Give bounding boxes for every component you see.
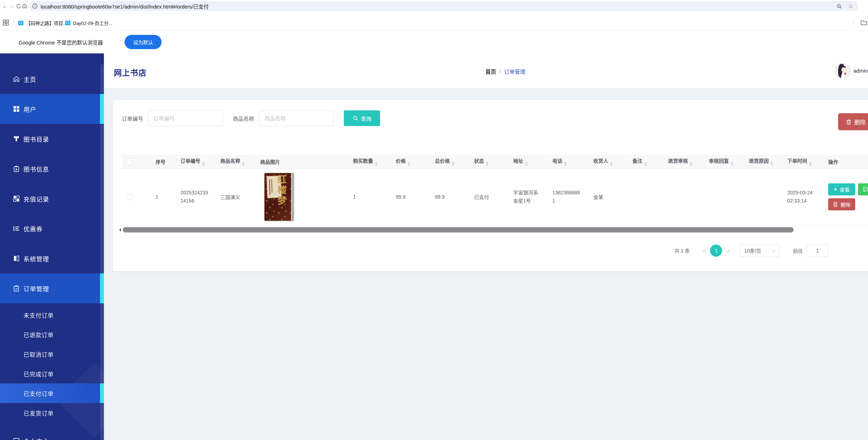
username-label[interactable]: admin [853, 68, 868, 74]
cell-status: 已支付 [470, 168, 509, 225]
current-page-button[interactable]: 1 [710, 245, 722, 257]
sidebar-subitem-refunded-orders[interactable]: 已退款订单 [0, 325, 104, 344]
other-bookmarks-folder-icon[interactable] [861, 20, 867, 26]
delete-button[interactable]: 删除 [828, 198, 855, 210]
sort-caret[interactable] [731, 162, 733, 166]
brush-icon [13, 135, 20, 142]
prev-page-button[interactable]: < [699, 248, 710, 254]
sidebar-subitem-shipped-orders[interactable]: 已发货订单 [0, 403, 104, 423]
col-product-name[interactable]: 商品名称 [216, 155, 256, 168]
plus-icon: + [834, 186, 837, 193]
order-no-input[interactable] [148, 110, 223, 126]
cell-total-price: 99.9 [431, 168, 470, 225]
cell-quantity: 1 [349, 168, 391, 225]
search-toolbar: 订单编号 商品名称 查询 [122, 110, 380, 126]
sidebar-item-order-management[interactable]: 订单管理 [0, 273, 104, 303]
bookmark-item[interactable]: Day02-09-员工分... [65, 19, 112, 27]
view-button[interactable]: +查看 [828, 183, 855, 195]
sidebar-item-recharge-records[interactable]: 充值记录 [0, 184, 104, 214]
sidebar-subitem-paid-orders[interactable]: 已支付订单 [0, 383, 104, 403]
zoom-icon[interactable] [836, 3, 842, 9]
scrollbar-thumb[interactable] [123, 227, 794, 232]
col-product-image: 商品图片 [256, 155, 349, 168]
sort-caret[interactable] [242, 162, 245, 166]
row-checkbox[interactable] [126, 194, 132, 200]
col-address[interactable]: 地址 [509, 155, 548, 168]
col-return-reason[interactable]: 退货原因 [745, 155, 783, 168]
url-text[interactable]: localhost:8080/springboote60w7se1/admin/… [41, 2, 836, 10]
sidebar-item-users[interactable]: 用户 [0, 94, 104, 124]
orders-card: 订单编号 商品名称 查询 删除 [113, 100, 868, 271]
cell-return-reason [745, 168, 783, 225]
search-button[interactable]: 查询 [344, 110, 380, 126]
col-receiver[interactable]: 收货人 [589, 155, 628, 168]
goto-page-input[interactable] [806, 244, 828, 257]
cell-address: 宇宙银河系金星1号 [509, 168, 548, 225]
col-actions: 操作 [824, 155, 868, 168]
cell-price: 99.9 [391, 168, 431, 225]
home-icon[interactable] [20, 2, 29, 10]
cell-index: 1 [151, 168, 176, 225]
edit-button[interactable]: 修改 [858, 183, 868, 195]
monitor-icon [13, 437, 20, 440]
breadcrumb: 首页 / 订单管理 [485, 68, 525, 75]
sort-caret[interactable] [809, 162, 812, 166]
sort-caret[interactable] [690, 162, 693, 166]
cell-actions: +查看 修改 删除 [824, 168, 868, 225]
site-info-icon[interactable] [32, 3, 38, 9]
book-title-text: 红楼梦 [275, 174, 288, 206]
sort-caret[interactable] [452, 162, 454, 166]
sidebar-item-personal-center[interactable]: 个人中心 [0, 426, 104, 440]
sidebar-subitem-cancelled-orders[interactable]: 已取消订单 [0, 344, 104, 364]
col-quantity[interactable]: 购买数量 [349, 155, 391, 168]
horizontal-scrollbar [122, 227, 868, 233]
set-default-button[interactable]: 设为默认 [125, 35, 162, 49]
sidebar-item-coupons[interactable]: 优惠券 [0, 214, 104, 243]
col-price[interactable]: 价格 [391, 155, 431, 168]
sort-caret[interactable] [486, 162, 489, 166]
sidebar-item-book-catalog[interactable]: 图书目录 [0, 124, 104, 154]
col-total-price[interactable]: 总价格 [431, 155, 470, 168]
grid-icon [13, 195, 20, 202]
sidebar-item-book-info[interactable]: 图书信息 [0, 154, 104, 184]
book-cover-image[interactable]: 红楼梦 [264, 173, 294, 221]
sort-caret[interactable] [407, 162, 410, 166]
bookmark-star-icon[interactable]: ☆ [848, 2, 853, 10]
breadcrumb-home[interactable]: 首页 [485, 68, 496, 75]
sidebar-item-system-management[interactable]: 系统管理 [0, 243, 104, 273]
sidebar-subitem-completed-orders[interactable]: 已完成订单 [0, 364, 104, 383]
sort-caret[interactable] [525, 162, 528, 166]
col-order-no[interactable]: 订单编号 [176, 155, 216, 168]
col-remark[interactable]: 备注 [628, 155, 664, 168]
user-avatar[interactable] [835, 63, 851, 79]
col-status[interactable]: 状态 [470, 155, 509, 168]
search-icon [353, 115, 358, 121]
next-page-button[interactable]: > [722, 248, 734, 254]
sort-caret[interactable] [770, 162, 773, 166]
sort-caret[interactable] [564, 162, 567, 166]
chevron-down-icon [772, 248, 776, 252]
bookmark-item[interactable]: 【码神之路】项目... [18, 19, 67, 27]
sort-caret[interactable] [644, 162, 647, 166]
topbar: 网上书店 首页 / 订单管理 admin [104, 53, 868, 88]
batch-delete-button[interactable]: 删除 [838, 113, 868, 130]
url-bar[interactable]: localhost:8080/springboote60w7se1/admin/… [28, 1, 858, 11]
scroll-left-arrow[interactable] [119, 228, 121, 232]
breadcrumb-current: 订单管理 [504, 68, 525, 75]
sort-caret[interactable] [202, 162, 205, 166]
sort-caret[interactable] [375, 162, 378, 166]
col-review-reply[interactable]: 审核回复 [705, 155, 745, 168]
col-phone[interactable]: 电话 [548, 155, 589, 168]
sidebar-item-home[interactable]: 主页 [0, 64, 104, 94]
sort-caret[interactable] [610, 162, 613, 166]
select-all-checkbox[interactable] [126, 158, 132, 165]
page-size-select[interactable]: 10条/页 [740, 244, 779, 257]
bookmark-separator [14, 19, 14, 26]
product-name-input[interactable] [259, 110, 334, 126]
bookmark-favicon [18, 20, 24, 26]
bookmark-label: 【码神之路】项目... [26, 20, 67, 26]
col-order-time[interactable]: 下单时间 [783, 155, 824, 168]
sidebar-subitem-unpaid-orders[interactable]: 未支付订单 [0, 305, 104, 325]
col-return-review[interactable]: 退货审核 [664, 155, 705, 168]
apps-grid-icon[interactable] [3, 20, 9, 26]
